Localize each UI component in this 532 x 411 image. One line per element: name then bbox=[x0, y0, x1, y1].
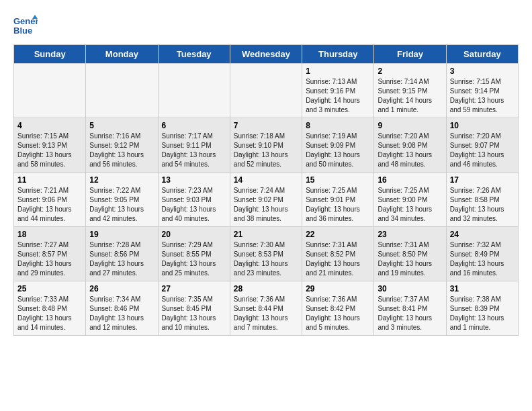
calendar-cell: 22Sunrise: 7:31 AM Sunset: 8:52 PM Dayli… bbox=[302, 227, 374, 281]
calendar-cell: 17Sunrise: 7:26 AM Sunset: 8:58 PM Dayli… bbox=[446, 173, 518, 227]
day-number: 12 bbox=[89, 175, 154, 185]
calendar-cell: 7Sunrise: 7:18 AM Sunset: 9:10 PM Daylig… bbox=[230, 118, 302, 173]
day-info: Sunrise: 7:14 AM Sunset: 9:15 PM Dayligh… bbox=[378, 77, 442, 115]
calendar-cell: 18Sunrise: 7:27 AM Sunset: 8:57 PM Dayli… bbox=[14, 227, 86, 281]
calendar-cell: 15Sunrise: 7:25 AM Sunset: 9:01 PM Dayli… bbox=[302, 173, 374, 227]
calendar-cell bbox=[14, 64, 86, 118]
day-number: 24 bbox=[450, 230, 515, 239]
day-info: Sunrise: 7:30 AM Sunset: 8:53 PM Dayligh… bbox=[234, 240, 298, 278]
weekday-header-friday: Friday bbox=[374, 45, 446, 64]
calendar-cell: 4Sunrise: 7:15 AM Sunset: 9:13 PM Daylig… bbox=[14, 118, 86, 173]
calendar-cell: 6Sunrise: 7:17 AM Sunset: 9:11 PM Daylig… bbox=[158, 118, 230, 173]
calendar-cell: 1Sunrise: 7:13 AM Sunset: 9:16 PM Daylig… bbox=[302, 64, 374, 118]
day-info: Sunrise: 7:19 AM Sunset: 9:09 PM Dayligh… bbox=[306, 132, 370, 169]
calendar-cell: 8Sunrise: 7:19 AM Sunset: 9:09 PM Daylig… bbox=[302, 118, 374, 173]
day-number: 22 bbox=[306, 230, 370, 239]
day-number: 23 bbox=[378, 230, 442, 239]
day-info: Sunrise: 7:17 AM Sunset: 9:11 PM Dayligh… bbox=[162, 132, 226, 169]
day-info: Sunrise: 7:20 AM Sunset: 9:07 PM Dayligh… bbox=[450, 132, 515, 169]
day-info: Sunrise: 7:28 AM Sunset: 8:56 PM Dayligh… bbox=[89, 240, 154, 278]
week-row-2: 4Sunrise: 7:15 AM Sunset: 9:13 PM Daylig… bbox=[14, 118, 519, 173]
day-info: Sunrise: 7:36 AM Sunset: 8:44 PM Dayligh… bbox=[234, 295, 298, 332]
logo-icon: General Blue bbox=[13, 13, 38, 38]
calendar-cell: 27Sunrise: 7:35 AM Sunset: 8:45 PM Dayli… bbox=[158, 281, 230, 336]
calendar-table: SundayMondayTuesdayWednesdayThursdayFrid… bbox=[13, 44, 519, 336]
calendar-cell: 16Sunrise: 7:25 AM Sunset: 9:00 PM Dayli… bbox=[374, 173, 446, 227]
header: General Blue bbox=[13, 13, 519, 38]
calendar-cell: 14Sunrise: 7:24 AM Sunset: 9:02 PM Dayli… bbox=[230, 173, 302, 227]
calendar-cell: 28Sunrise: 7:36 AM Sunset: 8:44 PM Dayli… bbox=[230, 281, 302, 336]
weekday-header-saturday: Saturday bbox=[446, 45, 518, 64]
day-number: 26 bbox=[89, 284, 154, 293]
day-number: 29 bbox=[306, 284, 370, 293]
day-info: Sunrise: 7:18 AM Sunset: 9:10 PM Dayligh… bbox=[234, 132, 298, 169]
logo: General Blue bbox=[13, 13, 40, 38]
day-info: Sunrise: 7:35 AM Sunset: 8:45 PM Dayligh… bbox=[162, 295, 226, 332]
calendar-cell: 31Sunrise: 7:38 AM Sunset: 8:39 PM Dayli… bbox=[446, 281, 518, 336]
calendar-cell: 29Sunrise: 7:36 AM Sunset: 8:42 PM Dayli… bbox=[302, 281, 374, 336]
day-info: Sunrise: 7:38 AM Sunset: 8:39 PM Dayligh… bbox=[450, 295, 515, 332]
day-number: 20 bbox=[162, 230, 226, 239]
calendar-cell bbox=[230, 64, 302, 118]
calendar-cell: 9Sunrise: 7:20 AM Sunset: 9:08 PM Daylig… bbox=[374, 118, 446, 173]
day-number: 13 bbox=[162, 175, 226, 185]
day-number: 1 bbox=[306, 66, 370, 76]
calendar-cell: 20Sunrise: 7:29 AM Sunset: 8:55 PM Dayli… bbox=[158, 227, 230, 281]
day-number: 10 bbox=[450, 121, 515, 130]
day-number: 9 bbox=[378, 121, 442, 130]
day-number: 15 bbox=[306, 175, 370, 185]
calendar-cell: 19Sunrise: 7:28 AM Sunset: 8:56 PM Dayli… bbox=[86, 227, 158, 281]
week-row-1: 1Sunrise: 7:13 AM Sunset: 9:16 PM Daylig… bbox=[14, 64, 519, 118]
day-number: 17 bbox=[450, 175, 515, 185]
day-number: 18 bbox=[17, 230, 82, 239]
day-info: Sunrise: 7:37 AM Sunset: 8:41 PM Dayligh… bbox=[378, 295, 442, 332]
calendar-cell: 21Sunrise: 7:30 AM Sunset: 8:53 PM Dayli… bbox=[230, 227, 302, 281]
day-info: Sunrise: 7:29 AM Sunset: 8:55 PM Dayligh… bbox=[162, 240, 226, 278]
day-number: 14 bbox=[234, 175, 298, 185]
day-number: 2 bbox=[378, 66, 442, 76]
day-number: 31 bbox=[450, 284, 515, 293]
day-number: 30 bbox=[378, 284, 442, 293]
calendar-cell: 5Sunrise: 7:16 AM Sunset: 9:12 PM Daylig… bbox=[86, 118, 158, 173]
day-number: 21 bbox=[234, 230, 298, 239]
day-info: Sunrise: 7:20 AM Sunset: 9:08 PM Dayligh… bbox=[378, 132, 442, 169]
calendar-cell: 30Sunrise: 7:37 AM Sunset: 8:41 PM Dayli… bbox=[374, 281, 446, 336]
day-info: Sunrise: 7:32 AM Sunset: 8:49 PM Dayligh… bbox=[450, 240, 515, 278]
weekday-header-wednesday: Wednesday bbox=[230, 45, 302, 64]
calendar-cell: 12Sunrise: 7:22 AM Sunset: 9:05 PM Dayli… bbox=[86, 173, 158, 227]
day-number: 19 bbox=[89, 230, 154, 239]
day-info: Sunrise: 7:25 AM Sunset: 9:00 PM Dayligh… bbox=[378, 186, 442, 224]
weekday-header-tuesday: Tuesday bbox=[158, 45, 230, 64]
day-number: 4 bbox=[17, 121, 82, 130]
day-info: Sunrise: 7:15 AM Sunset: 9:13 PM Dayligh… bbox=[17, 132, 82, 169]
calendar-cell: 25Sunrise: 7:33 AM Sunset: 8:48 PM Dayli… bbox=[14, 281, 86, 336]
day-info: Sunrise: 7:25 AM Sunset: 9:01 PM Dayligh… bbox=[306, 186, 370, 224]
calendar-cell: 23Sunrise: 7:31 AM Sunset: 8:50 PM Dayli… bbox=[374, 227, 446, 281]
day-number: 25 bbox=[17, 284, 82, 293]
day-number: 5 bbox=[89, 121, 154, 130]
calendar-cell: 26Sunrise: 7:34 AM Sunset: 8:46 PM Dayli… bbox=[86, 281, 158, 336]
day-info: Sunrise: 7:13 AM Sunset: 9:16 PM Dayligh… bbox=[306, 77, 370, 115]
day-info: Sunrise: 7:16 AM Sunset: 9:12 PM Dayligh… bbox=[89, 132, 154, 169]
week-row-3: 11Sunrise: 7:21 AM Sunset: 9:06 PM Dayli… bbox=[14, 173, 519, 227]
day-info: Sunrise: 7:26 AM Sunset: 8:58 PM Dayligh… bbox=[450, 186, 515, 224]
day-info: Sunrise: 7:36 AM Sunset: 8:42 PM Dayligh… bbox=[306, 295, 370, 332]
calendar-cell bbox=[158, 64, 230, 118]
day-number: 16 bbox=[378, 175, 442, 185]
day-number: 6 bbox=[162, 121, 226, 130]
svg-text:Blue: Blue bbox=[13, 26, 32, 36]
day-number: 3 bbox=[450, 66, 515, 76]
day-info: Sunrise: 7:15 AM Sunset: 9:14 PM Dayligh… bbox=[450, 77, 515, 115]
day-info: Sunrise: 7:31 AM Sunset: 8:52 PM Dayligh… bbox=[306, 240, 370, 278]
calendar-cell: 10Sunrise: 7:20 AM Sunset: 9:07 PM Dayli… bbox=[446, 118, 518, 173]
day-number: 7 bbox=[234, 121, 298, 130]
weekday-header-row: SundayMondayTuesdayWednesdayThursdayFrid… bbox=[14, 45, 519, 64]
day-info: Sunrise: 7:27 AM Sunset: 8:57 PM Dayligh… bbox=[17, 240, 82, 278]
day-info: Sunrise: 7:21 AM Sunset: 9:06 PM Dayligh… bbox=[17, 186, 82, 224]
calendar-cell: 13Sunrise: 7:23 AM Sunset: 9:03 PM Dayli… bbox=[158, 173, 230, 227]
day-number: 11 bbox=[17, 175, 82, 185]
day-info: Sunrise: 7:22 AM Sunset: 9:05 PM Dayligh… bbox=[89, 186, 154, 224]
calendar-cell: 11Sunrise: 7:21 AM Sunset: 9:06 PM Dayli… bbox=[14, 173, 86, 227]
day-number: 27 bbox=[162, 284, 226, 293]
week-row-4: 18Sunrise: 7:27 AM Sunset: 8:57 PM Dayli… bbox=[14, 227, 519, 281]
